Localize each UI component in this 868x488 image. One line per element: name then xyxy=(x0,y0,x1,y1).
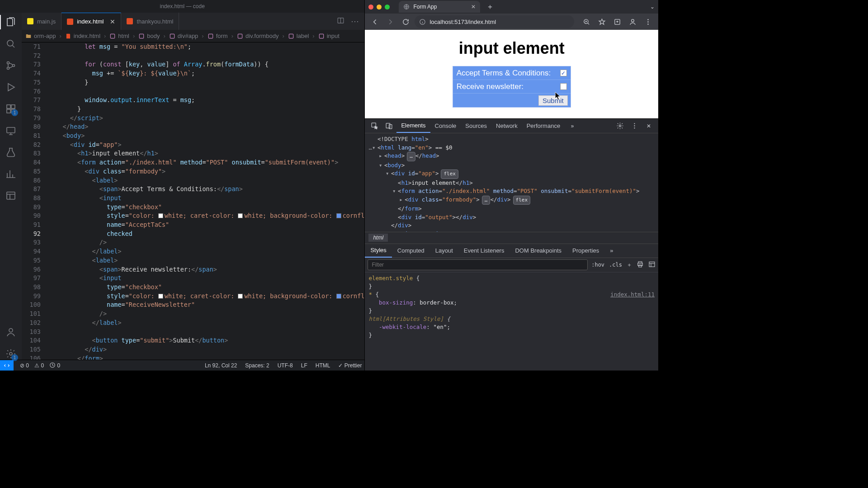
settings-gear-icon[interactable]: 1 xyxy=(5,348,17,360)
svg-point-3 xyxy=(13,65,15,67)
devtools-settings-icon[interactable] xyxy=(613,119,627,133)
cls-toggle[interactable]: .cls xyxy=(609,262,622,268)
zoom-icon[interactable] xyxy=(580,15,593,28)
profile-icon[interactable] xyxy=(626,15,639,28)
file-icon xyxy=(127,18,133,24)
form-row-terms[interactable]: Accept Terms & Conditions: ✓ xyxy=(453,66,571,80)
reload-button[interactable] xyxy=(399,15,412,28)
status-ports[interactable]: 0 xyxy=(49,362,60,369)
svg-point-1 xyxy=(7,62,9,64)
svg-rect-38 xyxy=(639,265,642,267)
styles-subtab[interactable]: Computed xyxy=(392,244,430,258)
breadcrumb-item[interactable]: form xyxy=(208,33,228,39)
hov-toggle[interactable]: :hov xyxy=(591,262,604,268)
breadcrumb-item[interactable]: index.html xyxy=(65,33,100,39)
source-control-icon[interactable] xyxy=(5,60,17,71)
window-controls[interactable] xyxy=(368,5,390,9)
tab-overflow-icon[interactable]: ⌄ xyxy=(650,4,655,10)
devtools-tab[interactable]: Network xyxy=(491,119,522,133)
browser-tab[interactable]: Form App ✕ xyxy=(399,1,480,13)
devtools-tab[interactable]: Performance xyxy=(522,119,565,133)
breadcrumb-item[interactable]: orm-app xyxy=(25,33,56,39)
editor-tab[interactable]: index.html✕ xyxy=(61,13,121,30)
page-heading: input element xyxy=(459,39,565,58)
submit-button[interactable]: Submit xyxy=(538,95,568,106)
print-icon[interactable] xyxy=(637,261,644,269)
styles-subtab[interactable]: Styles xyxy=(365,244,392,258)
devtools-tab[interactable]: Elements xyxy=(396,119,430,133)
devtools-close-icon[interactable]: ✕ xyxy=(642,119,656,133)
status-item[interactable]: LF xyxy=(301,362,307,369)
menu-icon[interactable] xyxy=(641,15,655,28)
breadcrumb-item[interactable]: html xyxy=(109,33,129,39)
styles-more-tabs-icon[interactable]: » xyxy=(604,244,618,258)
breadcrumb-item[interactable]: label xyxy=(288,33,309,39)
browser-tab-title: Form App xyxy=(413,4,437,10)
svg-point-28 xyxy=(647,23,649,25)
breadcrumb-path[interactable]: html xyxy=(365,232,658,244)
breadcrumb[interactable]: orm-app›index.html›html›body›div#app›for… xyxy=(22,30,364,42)
devtools-more-tabs-icon[interactable]: » xyxy=(566,119,579,133)
status-item[interactable]: Ln 92, Col 22 xyxy=(205,362,237,369)
svg-rect-15 xyxy=(170,34,174,38)
breadcrumb-item[interactable]: body xyxy=(138,33,160,39)
editor-tab[interactable]: thankyou.html xyxy=(121,13,179,30)
styles-filter-input[interactable] xyxy=(368,259,588,270)
styles-subtab[interactable]: Layout xyxy=(430,244,458,258)
status-item[interactable]: UTF-8 xyxy=(278,362,293,369)
back-button[interactable] xyxy=(368,15,381,28)
device-toggle-icon[interactable] xyxy=(382,119,396,133)
code-editor[interactable]: 71 let msg = "You submitted:\n";7273 for… xyxy=(22,42,364,360)
forward-button[interactable] xyxy=(384,15,396,28)
tab-close-icon[interactable]: ✕ xyxy=(110,18,115,25)
browser-tabstrip: Form App ✕ ＋ ⌄ xyxy=(365,0,658,14)
new-style-icon[interactable]: ＋ xyxy=(627,261,632,269)
graph-icon[interactable] xyxy=(5,168,17,180)
new-tab-button[interactable]: ＋ xyxy=(484,2,496,12)
remote-indicator[interactable] xyxy=(0,360,14,371)
browser-window: Form App ✕ ＋ ⌄ localhost:5173/index.html xyxy=(365,0,658,371)
editor-tab[interactable]: main.js xyxy=(22,13,61,30)
status-warnings[interactable]: ⚠ 0 xyxy=(34,362,44,369)
activity-bar: 1 1 xyxy=(0,13,22,360)
styles-subtab[interactable]: Properties xyxy=(567,244,604,258)
split-editor-icon[interactable] xyxy=(337,17,344,26)
bookmark-icon[interactable] xyxy=(595,15,609,28)
status-item[interactable]: ✓ Prettier xyxy=(338,362,362,369)
computed-panel-icon[interactable] xyxy=(648,261,656,269)
styles-subtab[interactable]: DOM Breakpoints xyxy=(509,244,567,258)
status-item[interactable]: Spaces: 2 xyxy=(245,362,269,369)
devtools-menu-icon[interactable] xyxy=(627,119,641,133)
remote-explorer-icon[interactable] xyxy=(5,125,17,136)
install-icon[interactable] xyxy=(610,15,624,28)
run-debug-icon[interactable] xyxy=(5,81,17,93)
testing-icon[interactable] xyxy=(5,146,17,158)
breadcrumb-item[interactable]: div#app xyxy=(169,33,198,39)
status-item[interactable]: HTML xyxy=(316,362,330,369)
status-errors[interactable]: ⊘ 0 xyxy=(20,362,29,369)
search-icon[interactable] xyxy=(5,38,17,50)
tab-close-icon[interactable]: ✕ xyxy=(471,4,476,10)
extensions-icon[interactable]: 1 xyxy=(5,103,17,115)
path-chip-html[interactable]: html xyxy=(368,234,388,242)
account-icon[interactable] xyxy=(5,326,17,338)
url-bar[interactable]: localhost:5173/index.html xyxy=(415,15,574,28)
form-row-newsletter[interactable]: Receive newsletter: xyxy=(453,80,571,94)
terms-checkbox[interactable]: ✓ xyxy=(560,70,567,76)
explorer-icon[interactable] xyxy=(5,16,17,28)
inspect-element-icon[interactable] xyxy=(368,119,381,133)
more-icon[interactable]: ⋯ xyxy=(351,16,359,26)
breadcrumb-item[interactable]: input xyxy=(318,33,340,39)
elements-tree[interactable]: <!DOCTYPE html>…▾<html lang="en"> == $0 … xyxy=(365,133,658,232)
devtools-tab[interactable]: Console xyxy=(430,119,461,133)
devtools-tab[interactable]: Sources xyxy=(461,119,491,133)
svg-rect-13 xyxy=(111,34,115,38)
svg-point-0 xyxy=(7,40,13,46)
newsletter-checkbox[interactable] xyxy=(560,83,567,90)
panels-icon[interactable] xyxy=(5,190,17,202)
form-container: Accept Terms & Conditions: ✓ Receive new… xyxy=(453,66,571,108)
styles-subtab[interactable]: Event Listeners xyxy=(458,244,510,258)
site-info-icon[interactable] xyxy=(419,19,426,25)
breadcrumb-item[interactable]: div.formbody xyxy=(237,33,278,39)
styles-body[interactable]: element.style {}* {index.html:11 box-siz… xyxy=(365,272,658,371)
